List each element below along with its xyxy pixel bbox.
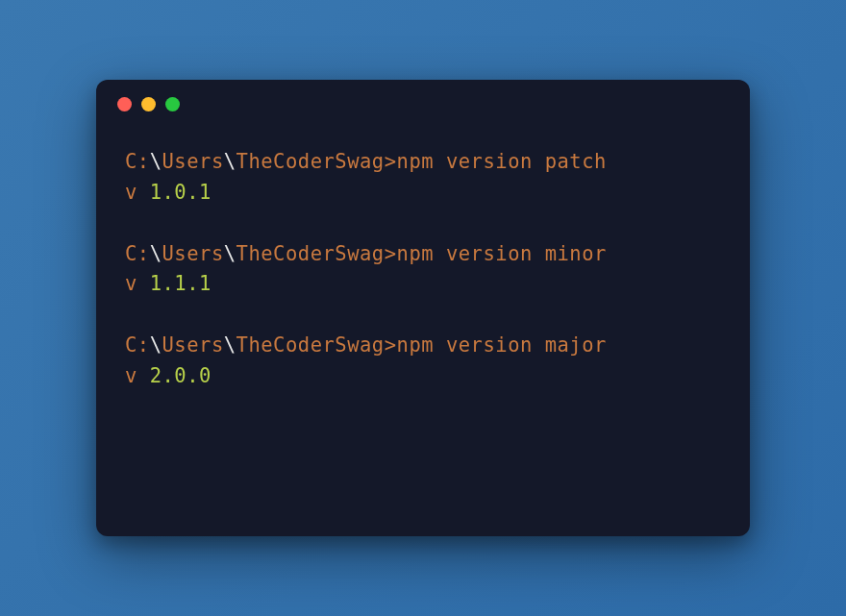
terminal-body[interactable]: C:\Users\TheCoderSwag>npm version patch … [96, 128, 750, 411]
terminal-window: C:\Users\TheCoderSwag>npm version patch … [96, 80, 750, 536]
version-number: 1.0.1 [150, 181, 212, 204]
output-line: v 1.1.1 [125, 269, 721, 300]
path-separator: \ [224, 242, 236, 265]
drive-letter: C: [125, 150, 150, 173]
minimize-icon[interactable] [141, 97, 156, 111]
command-text: npm version major [397, 333, 607, 357]
prompt-symbol: > [385, 242, 397, 265]
command-text: npm version patch [397, 150, 607, 173]
path-separator: \ [150, 333, 162, 357]
maximize-icon[interactable] [165, 97, 180, 111]
path-separator: \ [150, 150, 162, 173]
command-block: C:\Users\TheCoderSwag>npm version major … [125, 331, 721, 392]
path-separator: \ [224, 150, 236, 173]
version-prefix: v [125, 181, 150, 204]
path-segment: Users [162, 150, 224, 173]
path-segment: Users [162, 242, 224, 265]
version-prefix: v [125, 272, 150, 295]
command-line: C:\Users\TheCoderSwag>npm version major [125, 331, 721, 361]
drive-letter: C: [125, 242, 150, 265]
version-number: 1.1.1 [150, 272, 212, 295]
command-line: C:\Users\TheCoderSwag>npm version minor [125, 239, 721, 270]
path-segment: TheCoderSwag [236, 150, 385, 173]
drive-letter: C: [125, 333, 150, 357]
command-block: C:\Users\TheCoderSwag>npm version minor … [125, 239, 721, 301]
command-text: npm version minor [397, 242, 607, 265]
command-block: C:\Users\TheCoderSwag>npm version patch … [125, 147, 721, 209]
output-line: v 2.0.0 [125, 361, 721, 392]
prompt-symbol: > [385, 150, 397, 173]
close-icon[interactable] [117, 97, 132, 111]
prompt-symbol: > [385, 333, 397, 357]
command-line: C:\Users\TheCoderSwag>npm version patch [125, 147, 721, 178]
titlebar [96, 80, 750, 128]
path-segment: Users [162, 333, 224, 357]
version-number: 2.0.0 [150, 364, 212, 387]
version-prefix: v [125, 364, 150, 387]
path-separator: \ [150, 242, 162, 265]
path-segment: TheCoderSwag [236, 242, 385, 265]
output-line: v 1.0.1 [125, 178, 721, 209]
path-separator: \ [224, 333, 236, 357]
path-segment: TheCoderSwag [236, 333, 385, 357]
